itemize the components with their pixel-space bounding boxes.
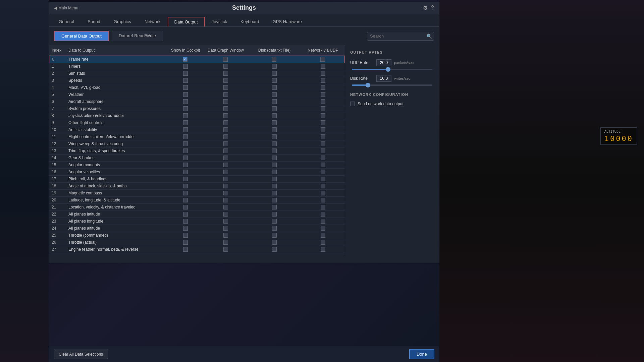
cockpit-cell[interactable] xyxy=(167,225,204,232)
network-checkbox[interactable] xyxy=(321,205,325,209)
graph-cell[interactable] xyxy=(204,70,248,77)
network-cell[interactable] xyxy=(301,119,345,126)
cockpit-checkbox[interactable] xyxy=(183,219,188,224)
table-row[interactable]: 13 Trim, flap, stats, & speedbrakes xyxy=(49,147,345,155)
cockpit-checkbox[interactable] xyxy=(183,85,188,90)
graph-checkbox[interactable] xyxy=(223,134,228,139)
network-checkbox[interactable] xyxy=(321,163,325,167)
search-input[interactable] xyxy=(370,34,426,39)
disk-checkbox[interactable] xyxy=(272,64,277,69)
network-cell[interactable] xyxy=(301,105,345,112)
disk-cell[interactable] xyxy=(248,70,301,77)
done-button[interactable]: Done xyxy=(409,349,434,359)
graph-checkbox[interactable] xyxy=(223,64,228,69)
cockpit-cell[interactable] xyxy=(167,119,204,126)
udp-slider-track[interactable] xyxy=(352,69,432,70)
tab-network[interactable]: Network xyxy=(138,17,167,26)
disk-slider-thumb[interactable] xyxy=(366,83,370,87)
table-row[interactable]: 9 Other flight controls xyxy=(49,119,345,126)
cockpit-checkbox[interactable] xyxy=(183,148,188,153)
network-cell[interactable] xyxy=(301,218,345,225)
cockpit-cell[interactable] xyxy=(167,77,204,84)
send-network-checkbox-label[interactable]: Send network data output xyxy=(350,102,434,106)
cockpit-cell[interactable] xyxy=(167,183,204,189)
table-row[interactable]: 17 Pitch, roll, & headings xyxy=(49,176,345,183)
table-row[interactable]: 22 All planes latitude xyxy=(49,211,345,218)
graph-checkbox[interactable] xyxy=(223,57,228,62)
cockpit-cell[interactable] xyxy=(167,91,204,98)
table-row[interactable]: 18 Angle of attack, sideslip, & paths xyxy=(49,183,345,190)
disk-cell[interactable] xyxy=(248,84,301,91)
cockpit-cell[interactable] xyxy=(167,140,204,147)
graph-checkbox[interactable] xyxy=(223,99,228,104)
cockpit-checkbox[interactable] xyxy=(183,57,187,62)
network-cell[interactable] xyxy=(301,225,345,232)
network-cell[interactable] xyxy=(301,246,345,253)
cockpit-checkbox[interactable] xyxy=(183,198,188,202)
subtab-general-data-output[interactable]: General Data Output xyxy=(54,31,109,41)
cockpit-cell[interactable] xyxy=(167,204,204,210)
tab-graphics[interactable]: Graphics xyxy=(107,17,138,26)
network-checkbox[interactable] xyxy=(321,106,325,111)
network-cell[interactable] xyxy=(301,98,345,105)
disk-cell[interactable] xyxy=(248,112,301,119)
graph-checkbox[interactable] xyxy=(223,170,228,174)
network-cell[interactable] xyxy=(301,253,345,253)
network-cell[interactable] xyxy=(301,56,344,63)
tab-gps-hardware[interactable]: GPS Hardware xyxy=(266,17,308,26)
disk-checkbox[interactable] xyxy=(272,205,277,209)
disk-cell[interactable] xyxy=(248,253,301,253)
graph-cell[interactable] xyxy=(204,204,248,210)
cockpit-checkbox[interactable] xyxy=(183,170,188,174)
cockpit-checkbox[interactable] xyxy=(183,240,188,245)
graph-cell[interactable] xyxy=(204,253,248,253)
network-checkbox[interactable] xyxy=(321,141,325,146)
network-checkbox[interactable] xyxy=(321,71,325,76)
network-cell[interactable] xyxy=(301,183,345,189)
disk-checkbox[interactable] xyxy=(272,92,277,97)
network-cell[interactable] xyxy=(301,155,345,161)
network-cell[interactable] xyxy=(301,140,345,147)
graph-checkbox[interactable] xyxy=(223,120,228,125)
disk-rate-value[interactable]: 10.0 xyxy=(376,75,391,82)
cockpit-checkbox[interactable] xyxy=(183,177,188,181)
graph-checkbox[interactable] xyxy=(223,71,228,76)
graph-checkbox[interactable] xyxy=(223,247,228,252)
network-checkbox[interactable] xyxy=(321,233,325,238)
network-cell[interactable] xyxy=(301,169,345,175)
disk-checkbox[interactable] xyxy=(272,113,277,118)
network-checkbox[interactable] xyxy=(321,156,325,160)
table-row[interactable]: 7 System pressures xyxy=(49,105,345,112)
network-checkbox[interactable] xyxy=(321,198,325,202)
graph-cell[interactable] xyxy=(204,91,248,98)
disk-cell[interactable] xyxy=(248,133,301,140)
graph-checkbox[interactable] xyxy=(223,148,228,153)
disk-cell[interactable] xyxy=(248,147,301,154)
graph-checkbox[interactable] xyxy=(223,219,228,224)
graph-checkbox[interactable] xyxy=(223,191,228,195)
disk-cell[interactable] xyxy=(248,176,301,182)
cockpit-checkbox[interactable] xyxy=(183,212,188,217)
network-cell[interactable] xyxy=(301,147,345,154)
cockpit-cell[interactable] xyxy=(167,246,204,253)
tab-sound[interactable]: Sound xyxy=(81,17,107,26)
graph-checkbox[interactable] xyxy=(223,106,228,111)
graph-cell[interactable] xyxy=(204,225,248,232)
graph-cell[interactable] xyxy=(204,140,248,147)
network-cell[interactable] xyxy=(301,63,345,70)
table-row[interactable]: 20 Latitude, longitude, & altitude xyxy=(49,197,345,204)
disk-checkbox[interactable] xyxy=(272,240,277,245)
disk-cell[interactable] xyxy=(248,183,301,189)
network-checkbox[interactable] xyxy=(321,240,325,245)
network-cell[interactable] xyxy=(301,239,345,246)
disk-cell[interactable] xyxy=(248,126,301,133)
graph-checkbox[interactable] xyxy=(223,184,228,188)
disk-checkbox[interactable] xyxy=(272,120,277,125)
disk-cell[interactable] xyxy=(248,218,301,225)
disk-cell[interactable] xyxy=(248,169,301,175)
cockpit-cell[interactable] xyxy=(167,169,204,175)
disk-cell[interactable] xyxy=(248,77,301,84)
disk-cell[interactable] xyxy=(248,105,301,112)
graph-cell[interactable] xyxy=(204,169,248,175)
disk-cell[interactable] xyxy=(248,232,301,239)
